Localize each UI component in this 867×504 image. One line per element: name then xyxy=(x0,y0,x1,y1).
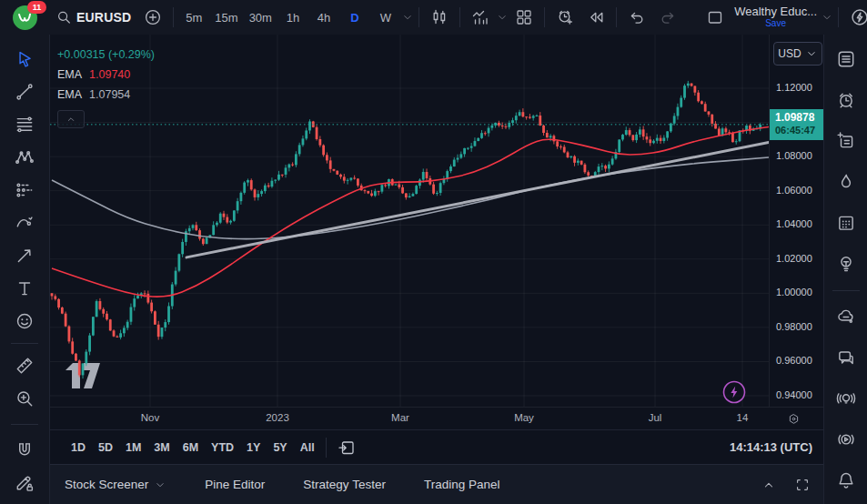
price-axis-label: 0.96000 xyxy=(776,355,812,366)
indicator-label[interactable]: EMA xyxy=(57,85,82,105)
create-alert-button[interactable] xyxy=(549,4,580,31)
indicators-chevron-down-icon[interactable] xyxy=(496,11,509,24)
divider xyxy=(544,7,545,27)
emoji-tool-icon[interactable] xyxy=(7,305,42,338)
divider xyxy=(326,438,327,458)
chart-style-button[interactable] xyxy=(424,4,455,31)
divider xyxy=(11,343,38,344)
alerts-icon[interactable] xyxy=(830,84,862,116)
timeframe-w[interactable]: W xyxy=(370,5,401,30)
trend-line-tool-icon[interactable] xyxy=(7,76,42,108)
range-ytd[interactable]: YTD xyxy=(205,438,240,458)
curve-tool-icon[interactable] xyxy=(7,207,42,239)
tab-stock-screener[interactable]: Stock Screener xyxy=(65,478,166,491)
layout-name-button[interactable]: Wealthy Educ... Save xyxy=(731,5,821,28)
xabcd-pattern-tool-icon[interactable] xyxy=(7,141,42,174)
zoom-in-tool-icon[interactable] xyxy=(7,382,42,415)
alert-clock-plus-icon xyxy=(556,8,574,26)
utc-clock[interactable]: 14:14:13 (UTC) xyxy=(730,440,812,454)
last-price-badge: 1.09878 06:45:47 xyxy=(770,109,824,140)
range-1d[interactable]: 1D xyxy=(65,438,92,458)
divider xyxy=(616,7,617,27)
indicator-label[interactable]: EMA xyxy=(57,65,82,85)
range-1y[interactable]: 1Y xyxy=(240,438,267,458)
fib-retracement-tool-icon[interactable] xyxy=(7,108,42,141)
indicators-icon xyxy=(471,8,489,26)
live-streams-icon[interactable] xyxy=(830,382,862,415)
drawing-lock-tool-icon[interactable] xyxy=(7,467,42,499)
divider xyxy=(11,424,38,425)
ideas-icon[interactable] xyxy=(830,247,862,280)
forecast-tool-icon[interactable] xyxy=(7,174,42,207)
layout-rect-icon xyxy=(706,8,724,26)
symbol-search-button[interactable]: EURUSD xyxy=(49,4,137,31)
timeframe-5m[interactable]: 5m xyxy=(178,5,209,30)
save-link[interactable]: Save xyxy=(765,19,786,29)
go-to-date-icon[interactable] xyxy=(331,435,362,460)
minds-icon[interactable] xyxy=(830,300,862,333)
range-all[interactable]: All xyxy=(294,438,321,458)
price-axis-label: 1.08000 xyxy=(776,150,812,161)
redo-button[interactable] xyxy=(652,4,683,31)
axis-settings-gear-icon[interactable] xyxy=(787,412,801,426)
cursor-tool-icon[interactable] xyxy=(7,43,42,76)
price-axis-label: 1.04000 xyxy=(776,218,812,229)
compare-add-symbol-button[interactable] xyxy=(137,4,168,31)
divider xyxy=(459,7,460,27)
time-axis-label: May xyxy=(514,412,534,423)
tab-pine-editor[interactable]: Pine Editor xyxy=(205,478,265,491)
range-5d[interactable]: 5D xyxy=(92,438,119,458)
search-icon xyxy=(55,9,72,25)
range-6m[interactable]: 6M xyxy=(176,438,205,458)
divider xyxy=(832,290,860,291)
arrow-tool-icon[interactable] xyxy=(7,239,42,272)
chat-icon[interactable] xyxy=(830,341,862,374)
price-scale[interactable]: USD 1.09878 06:45:47 1.120001.080001.060… xyxy=(769,35,824,407)
grid-layout-icon xyxy=(515,8,533,26)
tab-label: Strategy Tester xyxy=(303,478,386,491)
panel-collapse-chevron-up-icon[interactable] xyxy=(761,478,776,492)
tab-trading-panel[interactable]: Trading Panel xyxy=(424,478,500,491)
timeframe-d[interactable]: D xyxy=(339,5,370,30)
time-axis-label: Mar xyxy=(391,412,409,423)
bar-replay-button[interactable] xyxy=(580,4,611,31)
indicators-button[interactable] xyxy=(465,4,496,31)
price-axis-label: 1.06000 xyxy=(776,185,812,196)
currency-toggle-button[interactable]: USD xyxy=(773,42,822,66)
timeframe-1h[interactable]: 1h xyxy=(277,5,308,30)
range-3m[interactable]: 3M xyxy=(147,438,176,458)
time-axis[interactable]: Nov2023MarMayJul14 xyxy=(50,407,823,430)
video-streams-icon[interactable] xyxy=(830,423,862,456)
measure-tool-icon[interactable] xyxy=(7,349,42,382)
price-chart[interactable] xyxy=(50,35,769,407)
timeframe-4h[interactable]: 4h xyxy=(308,5,339,30)
panel-maximize-icon[interactable] xyxy=(794,477,811,493)
timeframe-30m[interactable]: 30m xyxy=(244,5,277,30)
grid-layout-button[interactable] xyxy=(509,4,539,31)
layout-select-button[interactable] xyxy=(700,4,731,31)
notes-icon[interactable] xyxy=(830,125,862,157)
range-5y[interactable]: 5Y xyxy=(267,438,293,458)
watchlist-icon[interactable] xyxy=(830,43,862,76)
calendar-icon[interactable] xyxy=(830,207,862,239)
quick-trade-bolt-icon[interactable] xyxy=(724,382,745,403)
range-1m[interactable]: 1M xyxy=(119,438,147,458)
time-axis-label: Jul xyxy=(649,412,662,423)
text-tool-icon[interactable] xyxy=(7,272,42,305)
bolt-clock-icon xyxy=(850,7,867,27)
timeframe-chevron-down-icon[interactable] xyxy=(401,11,414,24)
undo-button[interactable] xyxy=(621,4,652,31)
layout-chevron-down-icon[interactable] xyxy=(821,11,833,24)
account-menu-button[interactable]: 11 xyxy=(0,0,49,35)
tab-strategy-tester[interactable]: Strategy Tester xyxy=(303,478,386,491)
tab-label: Pine Editor xyxy=(205,478,265,491)
quick-alert-button[interactable] xyxy=(843,4,867,31)
legend-collapse-button[interactable] xyxy=(57,110,85,128)
magnet-tool-icon[interactable] xyxy=(7,434,42,467)
hotlists-icon[interactable] xyxy=(830,166,862,198)
timeframe-15m[interactable]: 15m xyxy=(209,5,243,30)
drawing-toolbar xyxy=(0,35,50,504)
time-axis-label: 2023 xyxy=(266,412,289,423)
notifications-bell-icon[interactable] xyxy=(830,464,862,497)
chart-region: +0.00315 (+0.29%) EMA 1.09740 EMA 1.0795… xyxy=(50,35,823,429)
